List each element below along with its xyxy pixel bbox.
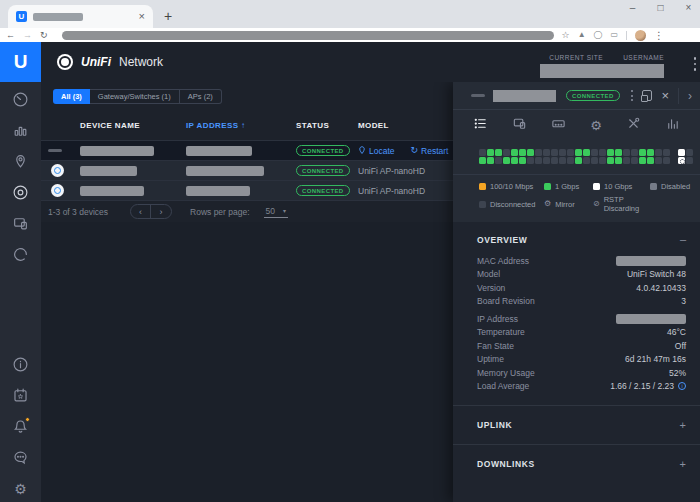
forward-icon[interactable]: → [23,31,32,40]
tab-clients-icon[interactable] [512,116,527,135]
tab-aps[interactable]: APs (2) [179,90,221,103]
tab-gateway-switches[interactable]: Gateway/Switches (1) [90,90,179,103]
address-bar-redacted[interactable] [62,31,554,40]
drive-extension-icon[interactable]: ▲ [578,31,586,39]
port[interactable] [511,149,518,156]
port[interactable] [535,149,542,156]
table-row-ap1[interactable]: CONNECTED UniFi AP-nanoHD [41,160,453,180]
port[interactable] [655,149,662,156]
port[interactable] [511,157,518,164]
uplink-section[interactable]: UPLINK + [453,406,700,444]
port[interactable] [615,149,622,156]
alerts-bell-icon[interactable] [12,418,29,435]
col-status[interactable]: STATUS [296,121,358,130]
clients-icon[interactable] [12,215,29,232]
col-device-name[interactable]: DEVICE NAME [80,121,186,130]
port[interactable] [615,157,622,164]
overview-collapse-icon[interactable]: – [680,234,686,245]
popout-icon[interactable] [642,90,653,101]
port[interactable] [655,157,662,164]
port[interactable] [583,157,590,164]
port[interactable] [559,149,566,156]
map-icon[interactable] [12,153,29,170]
col-model[interactable]: MODEL [358,121,453,130]
locate-button[interactable]: Locate [358,146,395,156]
port[interactable] [631,157,638,164]
site-user-redacted[interactable] [540,64,664,78]
prev-page-button[interactable]: ‹ [131,205,151,218]
port[interactable] [647,157,654,164]
ubiquiti-logo[interactable]: U [0,42,41,82]
port[interactable] [503,149,510,156]
col-ip-address[interactable]: IP ADDRESS ↑ [186,121,296,130]
chat-icon[interactable] [12,449,29,466]
port[interactable] [495,149,502,156]
table-row-ap2[interactable]: CONNECTED UniFi AP-nanoHD [41,180,453,200]
port[interactable] [551,157,558,164]
tab-tools-icon[interactable] [626,116,641,135]
port[interactable] [567,157,574,164]
port[interactable] [623,157,630,164]
panel-collapse-icon[interactable]: › [688,89,692,103]
port[interactable] [599,157,606,164]
statistics-icon[interactable] [12,122,29,139]
port[interactable] [583,149,590,156]
hotspot-icon[interactable] [12,246,29,263]
info-circle-icon[interactable]: i [678,382,686,390]
port[interactable] [535,157,542,164]
window-maximize-icon[interactable]: □ [655,2,666,13]
window-close-icon[interactable]: × [683,2,694,13]
port[interactable] [663,149,670,156]
back-icon[interactable]: ← [6,31,15,40]
port[interactable] [479,149,486,156]
port[interactable] [623,149,630,156]
tab-config-gear-icon[interactable]: ⚙ [590,116,602,134]
port[interactable] [519,157,526,164]
new-tab-button[interactable]: + [158,6,178,26]
port[interactable] [639,149,646,156]
port[interactable] [678,157,685,164]
port[interactable] [639,157,646,164]
devices-icon[interactable] [12,184,29,201]
profile-avatar[interactable] [635,30,646,41]
port[interactable] [631,149,638,156]
port[interactable] [527,149,534,156]
table-row-switch[interactable]: CONNECTED Locate ↻ Restart [41,140,453,160]
port[interactable] [495,157,502,164]
bookmark-star-icon[interactable]: ☆ [562,31,570,40]
panel-close-icon[interactable]: × [661,89,669,102]
tab-details-icon[interactable] [473,116,488,135]
port[interactable] [503,157,510,164]
info-icon[interactable] [12,356,29,373]
port[interactable] [678,149,685,156]
port[interactable] [647,149,654,156]
dashboard-icon[interactable] [12,91,29,108]
header-menu-icon[interactable] [691,57,699,71]
port-grid[interactable] [453,140,700,174]
downlinks-section[interactable]: DOWNLINKS + [453,445,700,483]
tab-close-icon[interactable]: × [139,11,145,22]
uplink-expand-icon[interactable]: + [680,420,686,431]
panel-menu-icon[interactable] [628,90,636,101]
port[interactable] [519,149,526,156]
port[interactable] [559,157,566,164]
port[interactable] [551,149,558,156]
next-page-button[interactable]: › [151,205,171,218]
port[interactable] [591,157,598,164]
port[interactable] [543,149,550,156]
port[interactable] [575,157,582,164]
reload-icon[interactable]: ↻ [40,31,48,40]
settings-gear-icon[interactable]: ⚙ [12,480,29,497]
port[interactable] [607,149,614,156]
tab-stats-icon[interactable] [665,116,680,135]
port[interactable] [599,149,606,156]
tab-ports-icon[interactable] [551,116,566,135]
rows-per-page-select[interactable]: 50 ▾ [264,206,288,218]
port[interactable] [567,149,574,156]
tab-all[interactable]: All (3) [53,89,90,104]
events-icon[interactable] [12,387,29,404]
browser-tab[interactable]: U × [8,5,153,28]
port[interactable] [575,149,582,156]
window-minimize-icon[interactable]: – [627,2,638,13]
port[interactable] [607,157,614,164]
